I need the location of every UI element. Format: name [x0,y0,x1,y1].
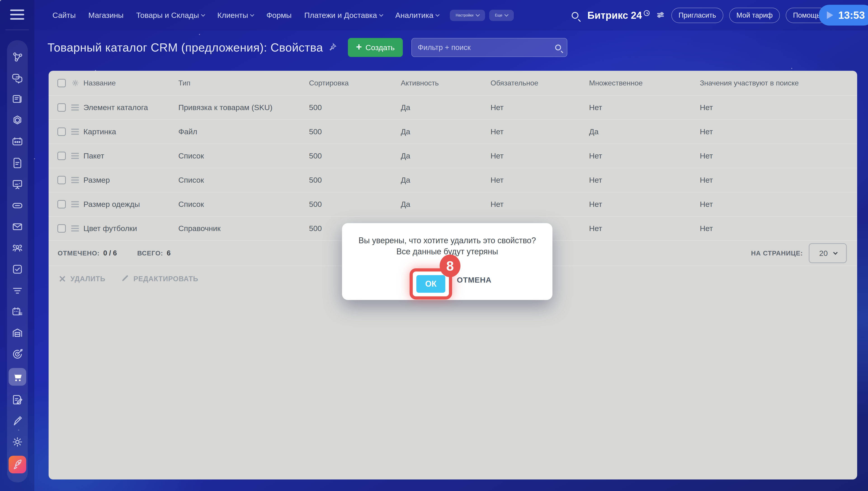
col-header-active[interactable]: Активность [401,79,490,87]
clock-icon [644,10,650,16]
row-checkbox[interactable] [57,152,66,160]
rail-divider [5,30,29,30]
cell-name: Размер [83,176,178,184]
col-header-sort[interactable]: Сортировка [309,79,401,87]
menu-pills: Настройки Еще [450,10,514,21]
target-icon[interactable] [10,347,25,362]
time-tracker-widget[interactable]: 13:53 [819,5,868,26]
page-header: Товарный каталог CRM (предложения): Свой… [48,38,820,57]
drag-handle-icon[interactable] [71,127,79,136]
menu-clients[interactable]: Клиенты [217,11,253,20]
pin-icon[interactable] [323,42,337,53]
cell-multiple: Нет [589,151,700,160]
rocket-icon[interactable] [8,456,26,473]
cell-multiple: Да [589,127,700,136]
drag-handle-icon[interactable] [71,176,79,184]
network-share-icon[interactable] [10,49,25,64]
sliders-icon[interactable] [656,10,665,21]
drag-handle-icon[interactable] [71,224,79,233]
chevron-down-icon [201,12,205,17]
search-icon[interactable] [572,12,578,19]
delete-action-button[interactable]: ✕ УДАЛИТЬ [59,275,105,284]
cell-name: Цвет футболки [83,224,178,233]
cell-type: Список [178,151,309,160]
table-header-row: Название Тип Сортировка Активность Обяза… [49,71,857,95]
select-all-checkbox[interactable] [57,79,66,87]
filter-search-box[interactable] [411,38,567,57]
cell-search: Нет [700,200,857,209]
people-icon[interactable] [10,240,25,255]
table-row[interactable]: Размер Список 500 Да Нет Нет Нет [49,168,857,192]
create-button[interactable]: + Создать [348,38,403,57]
warehouse-icon[interactable] [10,325,25,341]
sign-doc-icon[interactable] [10,392,25,407]
per-page-select[interactable]: 20 [809,243,847,263]
table-row[interactable]: Пакет Список 500 Да Нет Нет Нет [49,144,857,168]
checked-value: 0 / 6 [103,249,117,257]
x-icon: ✕ [59,275,66,284]
invite-button[interactable]: Пригласить [671,8,723,23]
drag-handle-icon[interactable] [71,200,79,209]
hexagon-icon[interactable] [10,113,25,128]
chevron-down-icon [436,12,440,17]
planner-icon[interactable] [10,304,25,319]
menu-stores[interactable]: Магазины [88,11,124,20]
page-title: Товарный каталог CRM (предложения): Свой… [48,41,323,54]
menu-products-warehouses[interactable]: Товары и Склады [136,11,205,20]
brand-logo[interactable]: Битрикс 24 [588,10,650,21]
col-header-name[interactable]: Название [83,79,178,87]
row-checkbox[interactable] [57,224,66,233]
filter-search-input[interactable] [418,43,555,52]
cell-active: Да [401,200,490,209]
table-row[interactable]: Размер одежды Список 500 Да Нет Нет Нет [49,192,857,216]
gear-icon[interactable] [10,434,25,450]
tariff-button[interactable]: Мой тариф [729,8,780,23]
cancel-button[interactable]: ОТМЕНА [457,276,491,284]
cell-required: Нет [490,151,589,160]
menu-sites[interactable]: Сайты [53,11,76,20]
col-header-search[interactable]: Значения участвуют в поиске [700,79,857,87]
col-header-type[interactable]: Тип [178,79,309,87]
calendar-icon[interactable] [10,134,25,149]
drag-handle-icon[interactable] [71,151,79,160]
cell-type: Справочник [178,224,309,233]
menu-forms[interactable]: Формы [266,11,291,20]
tasks-icon[interactable] [10,262,25,277]
chat-icon[interactable] [10,70,25,85]
menu-settings[interactable]: Настройки [450,10,485,21]
table-row[interactable]: Картинка Файл 500 Да Нет Да Нет [49,119,857,144]
cell-type: Привязка к товарам (SKU) [178,103,309,112]
table-row[interactable]: Элемент каталога Привязка к товарам (SKU… [49,95,857,119]
col-header-required[interactable]: Обязательное [490,79,589,87]
pen-icon[interactable] [10,413,25,428]
drive-icon[interactable] [10,198,25,213]
funnel-icon[interactable] [10,283,25,298]
row-checkbox[interactable] [57,103,66,112]
ok-button[interactable]: ОК [416,275,445,293]
row-checkbox[interactable] [57,200,66,208]
main-menu: Сайты Магазины Товары и Склады Клиенты Ф… [53,11,439,20]
hamburger-menu-icon[interactable] [10,9,24,22]
cell-name: Размер одежды [83,200,178,209]
search-icon[interactable] [555,45,561,50]
cart-icon[interactable] [8,368,26,386]
cell-name: Картинка [83,127,178,136]
drag-handle-icon[interactable] [71,103,79,112]
total-value: 6 [167,249,171,257]
row-checkbox[interactable] [57,176,66,184]
grid-settings-gear-icon[interactable] [68,79,83,87]
col-header-multiple[interactable]: Множественное [589,79,700,87]
menu-payments-delivery[interactable]: Платежи и Доставка [304,11,383,20]
edit-action-button[interactable]: РЕДАКТИРОВАТЬ [121,274,198,284]
checked-label: ОТМЕЧЕНО: [58,250,100,257]
annotation-step-badge: 8 [440,255,460,277]
kiosk-icon[interactable] [10,177,25,192]
mail-icon[interactable] [10,219,25,234]
cell-active: Да [401,103,490,112]
document-icon[interactable] [10,155,25,170]
row-checkbox[interactable] [57,127,66,136]
chevron-down-icon [379,12,383,17]
menu-more[interactable]: Еще [489,10,514,21]
feed-icon[interactable] [10,92,25,107]
menu-analytics[interactable]: Аналитика [395,11,439,20]
